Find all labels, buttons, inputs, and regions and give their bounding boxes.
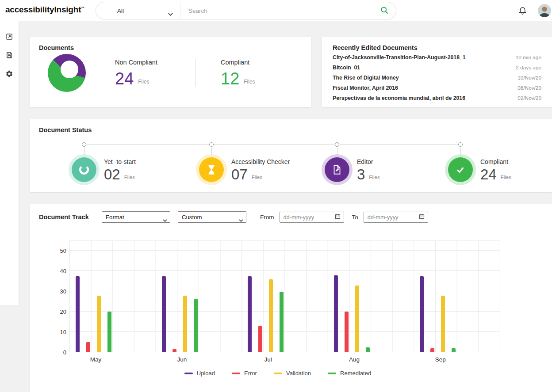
y-tick-40: 40 (60, 268, 66, 274)
save-icon[interactable] (5, 51, 13, 59)
bar-group-may (69, 241, 156, 352)
bar-remediated-may (107, 312, 111, 352)
logo-text: accessibilityInsight (5, 5, 81, 14)
bar-remediated-jul (280, 292, 284, 352)
y-tick-30: 30 (60, 288, 66, 295)
bar-error-sep (430, 348, 434, 352)
y-tick-20: 20 (60, 308, 66, 315)
recent-documents-list: City-of-Jacksonville-Transition-Plan-Aug… (333, 54, 541, 105)
x-label-aug: Aug (334, 352, 374, 363)
bar-upload-sep (420, 276, 424, 352)
format-select[interactable]: Format (102, 211, 170, 223)
settings-gear-icon[interactable] (5, 70, 13, 78)
search-button[interactable] (380, 6, 389, 16)
stage-label: Yet -to-start (104, 158, 136, 165)
document-track-card: Document Track Format Custom From (30, 204, 552, 392)
bar-remediated-aug (366, 347, 370, 352)
bar-upload-jul (248, 276, 252, 352)
legend-label: Validation (286, 370, 311, 377)
format-select-wrap: Format (102, 211, 170, 223)
bar-upload-may (76, 276, 80, 352)
document-edit-icon (325, 157, 349, 182)
search-icon (380, 6, 389, 16)
bar-group-aug (328, 241, 414, 352)
document-name[interactable]: The Rise of Digital Money (333, 75, 399, 81)
from-calendar-button[interactable] (334, 213, 341, 221)
non-compliant-count: 24 (115, 70, 134, 87)
x-region-may: May (69, 352, 156, 363)
search-category-filter[interactable]: All (96, 2, 181, 19)
bar-error-aug (345, 312, 349, 352)
timeline-dot (335, 142, 339, 147)
calendar-icon (334, 213, 341, 221)
legend-mark (274, 373, 282, 374)
non-compliant-metric: Non Compliant 24 Files (115, 59, 196, 87)
document-name[interactable]: Bitcoin_01 (333, 65, 360, 71)
donut-hole (61, 61, 78, 78)
bar-error-jul (258, 326, 262, 352)
external-link-icon[interactable] (5, 33, 13, 41)
legend-upload[interactable]: Upload (184, 370, 215, 377)
search-input[interactable] (181, 2, 380, 19)
timeline-connector (211, 148, 212, 157)
calendar-icon (418, 213, 425, 221)
global-search-bar: All (96, 2, 396, 19)
documents-card: Documents Non Compliant 24 Files C (30, 37, 311, 107)
stage-unit: Files (252, 175, 262, 182)
search-category-select[interactable]: All (117, 8, 166, 14)
recent-document-row[interactable]: Perspectivas de la economía mundial, abr… (333, 95, 541, 105)
to-date-input[interactable] (368, 214, 418, 221)
from-date-input[interactable] (284, 214, 334, 221)
timeline-line (84, 145, 460, 145)
y-tick-50: 50 (60, 247, 66, 254)
recent-document-row[interactable]: City-of-Jacksonville-Transition-Plan-Aug… (333, 54, 541, 65)
legend-mark (328, 373, 336, 374)
chevron-down-icon (168, 10, 173, 18)
to-calendar-button[interactable] (418, 213, 425, 221)
stage-count: 02 (104, 167, 120, 182)
documents-donut-chart (48, 54, 86, 92)
topbar-actions (518, 0, 552, 21)
document-time: 10/Nov/20 (518, 75, 541, 81)
document-time: 2 days ago (516, 65, 541, 71)
sidebar (0, 21, 19, 305)
legend-error[interactable]: Error (232, 370, 257, 377)
y-tick-10: 10 (60, 329, 66, 335)
non-compliant-label: Non Compliant (115, 59, 196, 66)
legend-mark (184, 373, 193, 374)
x-label-sep: Sep (420, 352, 460, 363)
x-label-jun: Jun (162, 352, 202, 363)
document-name[interactable]: Fiscal Monitor, April 2016 (333, 85, 398, 91)
hourglass-icon (199, 157, 224, 182)
from-label: From (260, 214, 274, 221)
bar-group-jul (242, 241, 328, 352)
document-status-card: Document Status Yet -to-start (30, 119, 552, 192)
from-date-box (280, 212, 344, 223)
range-select[interactable]: Custom (178, 211, 246, 223)
recent-document-row[interactable]: Bitcoin_01 2 days ago (333, 65, 541, 75)
document-name[interactable]: Perspectivas de la economía mundial, abr… (333, 95, 465, 101)
recent-document-row[interactable]: The Rise of Digital Money 10/Nov/20 (333, 75, 541, 85)
bar-upload-aug (334, 275, 338, 352)
avatar[interactable] (538, 4, 551, 17)
document-status-title: Document Status (39, 126, 543, 133)
legend-remediated[interactable]: Remediated (328, 370, 371, 377)
timeline-dot (209, 142, 214, 147)
app-logo: accessibilityInsight™ (5, 5, 84, 15)
compliant-label: Compliant (221, 59, 255, 66)
recent-document-row[interactable]: Fiscal Monitor, April 2016 08/Nov/20 (333, 85, 541, 95)
documents-card-title: Documents (39, 44, 302, 51)
legend-validation[interactable]: Validation (274, 370, 311, 377)
x-label-jul: Jul (248, 352, 288, 363)
y-axis: 01020304050 (39, 240, 69, 352)
stage-unit: Files (369, 175, 380, 182)
document-name[interactable]: City-of-Jacksonville-Transition-Plan-Aug… (333, 54, 466, 61)
recently-edited-card: Recently Edited Documents City-of-Jackso… (322, 37, 552, 107)
bar-validation-sep (441, 296, 445, 352)
stage-count: 07 (231, 167, 248, 182)
document-track-title: Document Track (39, 213, 102, 221)
stage-accessibility-checker: Accessibility Checker 07 Files (199, 157, 290, 182)
legend-label: Remediated (340, 370, 371, 377)
notifications-button[interactable] (518, 5, 527, 16)
bar-validation-aug (355, 285, 359, 352)
